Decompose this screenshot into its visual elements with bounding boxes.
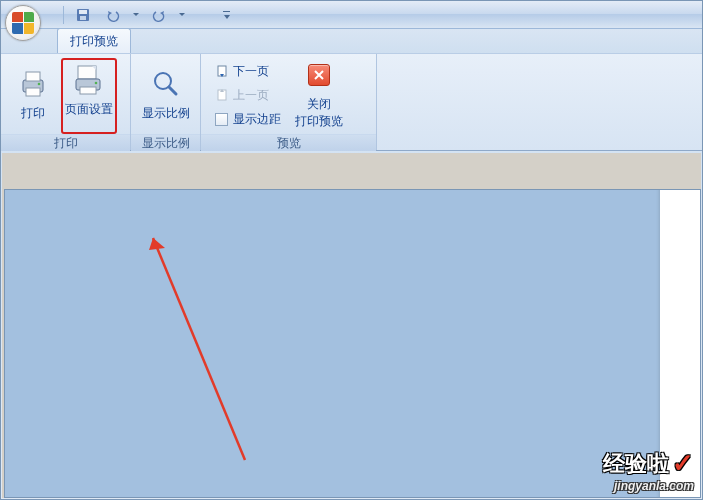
next-page-label: 下一页 (233, 63, 269, 80)
svg-rect-1 (79, 10, 87, 14)
caret-down-icon (179, 13, 185, 16)
customize-icon (222, 10, 230, 20)
ribbon: 打印 页面设置 打印 (1, 53, 702, 151)
annotation-arrow-icon (125, 220, 285, 480)
page-setup-label: 页面设置 (65, 102, 113, 116)
show-margins-checkbox[interactable]: 显示边距 (211, 108, 285, 130)
save-button[interactable] (72, 4, 94, 26)
print-button[interactable]: 打印 (5, 58, 61, 134)
group-zoom-title: 显示比例 (131, 134, 200, 151)
next-page-icon (215, 64, 229, 78)
preview-nav: 下一页 上一页 显示边距 (205, 58, 291, 134)
svg-line-16 (153, 238, 245, 460)
zoom-label: 显示比例 (142, 106, 190, 120)
redo-icon (151, 7, 167, 23)
undo-button[interactable] (102, 4, 124, 26)
svg-point-11 (95, 82, 98, 85)
checkmark-icon: ✓ (672, 448, 694, 479)
svg-rect-3 (223, 11, 230, 12)
next-page-button[interactable]: 下一页 (211, 60, 285, 82)
redo-dropdown[interactable] (178, 13, 186, 16)
watermark: 经验啦 ✓ jingyanla.com (603, 448, 694, 493)
redo-button[interactable] (148, 4, 170, 26)
group-print: 打印 页面设置 打印 (1, 54, 131, 150)
svg-rect-2 (80, 16, 86, 20)
prev-page-button: 上一页 (211, 84, 285, 106)
prev-page-icon (215, 88, 229, 102)
group-preview: 下一页 上一页 显示边距 (201, 54, 377, 150)
svg-marker-17 (149, 238, 165, 250)
print-label: 打印 (21, 106, 45, 120)
group-preview-title: 预览 (201, 134, 376, 151)
separator (63, 6, 64, 24)
quick-access-toolbar (63, 1, 230, 28)
watermark-text: 经验啦 (603, 449, 669, 479)
magnifier-icon (150, 68, 182, 100)
checkbox-icon (215, 113, 228, 126)
tab-print-preview[interactable]: 打印预览 (57, 28, 131, 53)
group-print-title: 打印 (1, 134, 130, 151)
printer-icon (17, 68, 49, 100)
close-icon (308, 64, 330, 86)
undo-icon (105, 7, 121, 23)
prev-page-label: 上一页 (233, 87, 269, 104)
svg-rect-10 (80, 87, 96, 94)
watermark-url: jingyanla.com (603, 479, 694, 493)
svg-line-13 (169, 87, 176, 94)
office-button[interactable] (1, 1, 45, 29)
svg-rect-6 (26, 88, 40, 96)
svg-rect-5 (26, 72, 40, 81)
qat-customize-dropdown[interactable] (222, 10, 230, 20)
app-window: 打印预览 打印 (0, 0, 703, 500)
close-preview-button[interactable]: 关闭 打印预览 (291, 58, 347, 134)
save-icon (75, 7, 91, 23)
undo-dropdown[interactable] (132, 13, 140, 16)
caret-down-icon (133, 13, 139, 16)
show-margins-label: 显示边距 (233, 111, 281, 128)
preview-surface[interactable] (4, 189, 701, 498)
title-bar (1, 1, 702, 29)
page-setup-icon (72, 63, 106, 97)
page-setup-button[interactable]: 页面设置 (61, 58, 117, 134)
zoom-button[interactable]: 显示比例 (135, 58, 196, 134)
close-label-2: 打印预览 (295, 113, 343, 130)
close-label-1: 关闭 (307, 96, 331, 113)
content-area (2, 153, 701, 498)
group-zoom: 显示比例 显示比例 (131, 54, 201, 150)
office-logo-icon (5, 5, 41, 41)
ribbon-tab-row: 打印预览 (1, 29, 702, 53)
svg-point-7 (38, 83, 41, 86)
svg-rect-8 (78, 66, 96, 79)
